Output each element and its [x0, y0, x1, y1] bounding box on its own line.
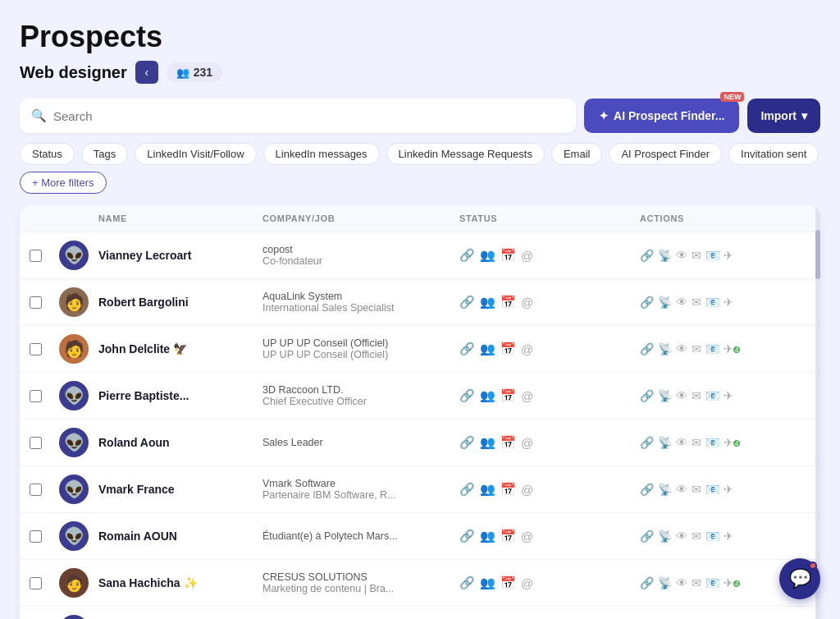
action-send-icon[interactable]: ✈	[724, 296, 733, 309]
team-icon[interactable]: 👥	[480, 388, 495, 403]
link-icon[interactable]: 🔗	[459, 248, 475, 263]
action-link-icon[interactable]: 🔗	[640, 249, 654, 262]
row-checkbox[interactable]	[30, 390, 42, 402]
link-icon[interactable]: 🔗	[459, 529, 475, 543]
action-mail-icon[interactable]: ✉	[692, 436, 701, 449]
action-send-icon[interactable]: ✈	[724, 389, 733, 402]
chat-button[interactable]: 💬	[779, 558, 820, 599]
ai-prospect-finder-button[interactable]: ✦ AI Prospect Finder... NEW	[584, 99, 739, 133]
action-email-icon[interactable]: 📧	[705, 483, 719, 496]
action-signal-icon[interactable]: 📡	[658, 576, 672, 589]
team-icon[interactable]: 👥	[480, 482, 495, 497]
action-view-icon[interactable]: 👁	[676, 249, 687, 262]
filter-invitation[interactable]: Invitation sent	[728, 143, 819, 165]
team-icon[interactable]: 👥	[480, 435, 495, 450]
action-send-icon[interactable]: ✈	[724, 530, 733, 543]
search-input[interactable]	[53, 109, 564, 123]
more-filters-button[interactable]: + More filters	[20, 172, 107, 194]
action-signal-icon[interactable]: 📡	[658, 389, 672, 402]
action-send-icon[interactable]: ✈	[724, 249, 733, 262]
action-view-icon[interactable]: 👁	[676, 296, 687, 309]
action-mail-icon[interactable]: ✉	[692, 576, 701, 589]
action-signal-icon[interactable]: 📡	[658, 249, 672, 262]
calendar-icon[interactable]: 📅	[500, 295, 516, 310]
at-icon[interactable]: @	[521, 530, 533, 543]
row-checkbox[interactable]	[30, 530, 42, 543]
team-icon[interactable]: 👥	[480, 248, 495, 263]
link-icon[interactable]: 🔗	[459, 575, 475, 590]
scroll-thumb[interactable]	[815, 230, 820, 279]
calendar-icon[interactable]: 📅	[500, 388, 516, 403]
import-button[interactable]: Import ▾	[747, 99, 820, 133]
team-icon[interactable]: 👥	[480, 295, 495, 310]
filter-email[interactable]: Email	[551, 143, 603, 165]
filter-status[interactable]: Status	[20, 143, 75, 165]
action-signal-icon[interactable]: 📡	[658, 483, 672, 496]
action-link-icon[interactable]: 🔗	[640, 342, 654, 355]
at-icon[interactable]: @	[521, 436, 533, 450]
link-icon[interactable]: 🔗	[459, 435, 475, 450]
action-link-icon[interactable]: 🔗	[640, 576, 654, 589]
at-icon[interactable]: @	[521, 483, 533, 497]
row-checkbox[interactable]	[30, 484, 42, 496]
action-signal-icon[interactable]: 📡	[658, 342, 672, 355]
action-link-icon[interactable]: 🔗	[640, 389, 654, 402]
chevron-button[interactable]: ‹	[135, 61, 158, 84]
at-icon[interactable]: @	[521, 296, 533, 310]
calendar-icon[interactable]: 📅	[500, 529, 516, 543]
action-link-icon[interactable]: 🔗	[640, 530, 654, 543]
link-icon[interactable]: 🔗	[459, 482, 475, 497]
action-mail-icon[interactable]: ✉	[692, 530, 701, 543]
action-send-icon[interactable]: ✈	[724, 483, 733, 496]
filter-linkedin-messages[interactable]: LinkedIn messages	[263, 143, 380, 165]
action-view-icon[interactable]: 👁	[676, 389, 687, 402]
at-icon[interactable]: @	[521, 249, 533, 263]
row-checkbox[interactable]	[30, 343, 42, 355]
action-email-icon[interactable]: 📧	[705, 530, 719, 543]
team-icon[interactable]: 👥	[480, 529, 495, 543]
link-icon[interactable]: 🔗	[459, 388, 475, 403]
action-view-icon[interactable]: 👁	[676, 576, 687, 589]
row-checkbox[interactable]	[30, 437, 42, 449]
action-mail-icon[interactable]: ✉	[692, 296, 701, 309]
action-signal-icon[interactable]: 📡	[658, 530, 672, 543]
calendar-icon[interactable]: 📅	[500, 435, 516, 450]
row-checkbox[interactable]	[30, 296, 42, 309]
action-email-icon[interactable]: 📧	[705, 576, 719, 589]
calendar-icon[interactable]: 📅	[500, 248, 516, 263]
action-email-icon[interactable]: 📧	[705, 249, 719, 262]
action-mail-icon[interactable]: ✉	[692, 342, 701, 355]
action-mail-icon[interactable]: ✉	[692, 249, 701, 262]
action-mail-icon[interactable]: ✉	[692, 389, 701, 402]
filter-linkedin-visit[interactable]: LinkedIn Visit/Follow	[135, 143, 256, 165]
link-icon[interactable]: 🔗	[459, 295, 475, 310]
at-icon[interactable]: @	[521, 342, 533, 356]
filter-linkedin-requests[interactable]: Linkedin Message Requests	[386, 143, 545, 165]
at-icon[interactable]: @	[521, 389, 533, 403]
action-view-icon[interactable]: 👁	[676, 436, 687, 449]
action-link-icon[interactable]: 🔗	[640, 296, 654, 309]
row-checkbox[interactable]	[30, 577, 42, 589]
team-icon[interactable]: 👥	[480, 575, 495, 590]
at-icon[interactable]: @	[521, 576, 533, 590]
action-email-icon[interactable]: 📧	[705, 342, 719, 355]
action-signal-icon[interactable]: 📡	[658, 436, 672, 449]
action-email-icon[interactable]: 📧	[705, 296, 719, 309]
action-signal-icon[interactable]: 📡	[658, 296, 672, 309]
action-mail-icon[interactable]: ✉	[692, 483, 701, 496]
link-icon[interactable]: 🔗	[459, 342, 475, 356]
calendar-icon[interactable]: 📅	[500, 482, 516, 497]
row-checkbox[interactable]	[30, 250, 42, 262]
calendar-icon[interactable]: 📅	[500, 575, 516, 590]
action-view-icon[interactable]: 👁	[676, 342, 687, 355]
action-view-icon[interactable]: 👁	[676, 530, 687, 543]
filter-ai-prospect[interactable]: AI Prospect Finder	[609, 143, 722, 165]
action-view-icon[interactable]: 👁	[676, 483, 687, 496]
action-email-icon[interactable]: 📧	[705, 436, 719, 449]
scrollbar[interactable]	[815, 205, 820, 619]
action-email-icon[interactable]: 📧	[705, 389, 719, 402]
calendar-icon[interactable]: 📅	[500, 342, 516, 356]
action-link-icon[interactable]: 🔗	[640, 483, 654, 496]
filter-tags[interactable]: Tags	[81, 143, 128, 165]
action-link-icon[interactable]: 🔗	[640, 436, 654, 449]
